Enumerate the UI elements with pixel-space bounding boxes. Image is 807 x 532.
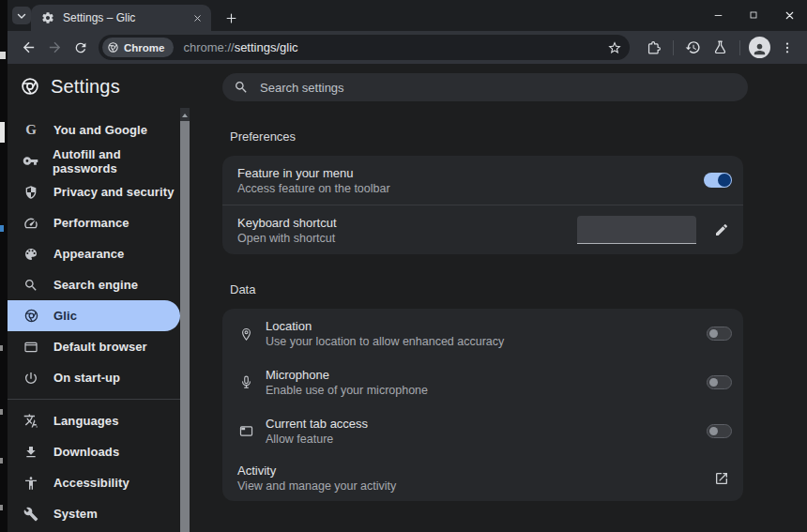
palette-icon	[23, 247, 39, 262]
sidebar-item-label: Performance	[53, 216, 129, 230]
current-tab-toggle[interactable]	[707, 424, 732, 438]
settings-tab[interactable]: Settings – Glic	[31, 5, 211, 31]
titlebar: Settings – Glic	[0, 0, 807, 31]
background-window-edge	[0, 0, 8, 532]
toolbar-separator	[673, 40, 674, 55]
settings-search-input[interactable]	[258, 80, 748, 96]
omnibox[interactable]: Chrome chrome://settings/glic	[99, 35, 630, 60]
sidebar-item-label: Default browser	[53, 340, 147, 354]
sidebar-item-label: Accessibility	[53, 476, 129, 490]
arrow-left-icon	[21, 39, 37, 55]
edit-shortcut-button[interactable]	[714, 222, 729, 237]
background-artifact	[0, 458, 3, 464]
scrollbar-thumb[interactable]	[180, 121, 190, 532]
profile-avatar-button[interactable]	[747, 35, 772, 60]
forward-button[interactable]	[41, 35, 68, 61]
toolbar-actions	[641, 35, 799, 60]
extensions-button[interactable]	[641, 35, 666, 60]
microphone-toggle[interactable]	[707, 375, 732, 389]
sidebar-item-default-browser[interactable]: Default browser	[8, 331, 180, 362]
url-text: chrome://settings/glic	[183, 40, 607, 54]
reload-button[interactable]	[68, 35, 94, 61]
url-scheme: chrome://	[183, 40, 234, 54]
shortcut-input[interactable]	[577, 216, 696, 244]
new-tab-button[interactable]	[221, 8, 241, 28]
sidebar-item-system[interactable]: System	[8, 498, 180, 529]
data-card: Location Use your location to allow enha…	[222, 309, 743, 501]
back-button[interactable]	[15, 35, 41, 61]
row-title: Feature in your menu	[237, 165, 704, 181]
close-icon	[192, 13, 203, 23]
sidebar-item-you-and-google[interactable]: G You and Google	[8, 114, 180, 145]
row-subtitle: View and manage your activity	[237, 479, 714, 494]
chrome-badge-label: Chrome	[124, 42, 164, 53]
avatar	[749, 37, 770, 58]
key-icon	[23, 153, 38, 169]
current-tab-row: Current tab access Allow feature	[222, 406, 743, 455]
sidebar-item-label: Autofill and passwords	[53, 147, 180, 175]
labs-button[interactable]	[708, 35, 733, 60]
close-icon	[784, 9, 796, 22]
sidebar-item-languages[interactable]: Languages	[8, 405, 180, 436]
open-in-new-icon[interactable]	[714, 471, 729, 486]
sidebar-item-autofill[interactable]: Autofill and passwords	[8, 145, 180, 176]
toggle-knob	[718, 174, 731, 187]
row-subtitle: Open with shortcut	[237, 231, 577, 246]
section-heading-preferences: Preferences	[230, 129, 807, 144]
sidebar-item-accessibility[interactable]: Accessibility	[8, 467, 180, 498]
scroll-up-button[interactable]	[180, 108, 190, 121]
magnifier-icon	[23, 278, 39, 293]
keyboard-shortcut-row: Keyboard shortcut Open with shortcut	[222, 205, 743, 254]
sidebar-item-appearance[interactable]: Appearance	[8, 238, 180, 269]
row-text: Feature in your menu Access feature on t…	[237, 165, 704, 196]
toolbar-separator	[739, 40, 740, 55]
history-button[interactable]	[680, 35, 706, 60]
browser-window-icon	[23, 340, 39, 355]
sidebar-item-glic[interactable]: Glic	[8, 300, 180, 331]
maximize-icon	[748, 9, 759, 21]
maximize-button[interactable]	[736, 0, 771, 30]
settings-page: Settings G You and Google Autofill and p…	[8, 64, 807, 532]
three-dots-icon	[780, 40, 795, 55]
sidebar-item-downloads[interactable]: Downloads	[8, 436, 180, 467]
settings-search[interactable]	[222, 73, 748, 101]
bookmark-star-button[interactable]	[607, 40, 622, 55]
browser-toolbar: Chrome chrome://settings/glic	[8, 31, 807, 64]
row-subtitle: Access feature on the toolbar	[237, 181, 704, 196]
activity-row[interactable]: Activity View and manage your activity	[222, 455, 743, 501]
minimize-button[interactable]	[700, 0, 736, 30]
location-row: Location Use your location to allow enha…	[222, 309, 743, 357]
row-text: Activity View and manage your activity	[237, 463, 714, 494]
chrome-badge[interactable]: Chrome	[102, 38, 174, 57]
sidebar-divider	[8, 399, 180, 400]
row-title: Keyboard shortcut	[237, 215, 577, 231]
close-window-button[interactable]	[771, 0, 807, 30]
power-icon	[23, 371, 39, 386]
sidebar-scrollbar[interactable]	[180, 108, 190, 532]
window-controls	[700, 0, 807, 30]
triangle-up-icon	[182, 114, 188, 117]
background-artifact	[0, 52, 6, 59]
location-toggle[interactable]	[707, 327, 732, 341]
browser-window: Settings – Glic Chrome chrome://settings…	[0, 0, 807, 532]
feature-menu-toggle[interactable]	[704, 173, 732, 188]
sidebar-item-performance[interactable]: Performance	[8, 207, 180, 238]
tab-search-button[interactable]	[12, 7, 31, 24]
location-pin-icon	[237, 326, 254, 342]
row-subtitle: Use your location to allow enhanced accu…	[266, 334, 707, 349]
google-g-icon: G	[23, 122, 39, 138]
sidebar-item-on-startup[interactable]: On start-up	[8, 362, 180, 393]
history-clock-icon	[685, 39, 701, 55]
shield-icon	[23, 185, 39, 200]
sidebar-item-label: Downloads	[53, 445, 119, 459]
puzzle-icon	[646, 39, 662, 55]
toggle-knob	[709, 329, 718, 338]
translate-icon	[23, 413, 39, 429]
accessibility-icon	[23, 476, 39, 491]
menu-button[interactable]	[774, 35, 799, 60]
sidebar-item-label: System	[53, 507, 98, 521]
tab-close-button[interactable]	[190, 10, 206, 26]
sidebar-item-search-engine[interactable]: Search engine	[8, 269, 180, 300]
sidebar-item-privacy[interactable]: Privacy and security	[8, 176, 180, 207]
preferences-card: Feature in your menu Access feature on t…	[222, 156, 743, 254]
